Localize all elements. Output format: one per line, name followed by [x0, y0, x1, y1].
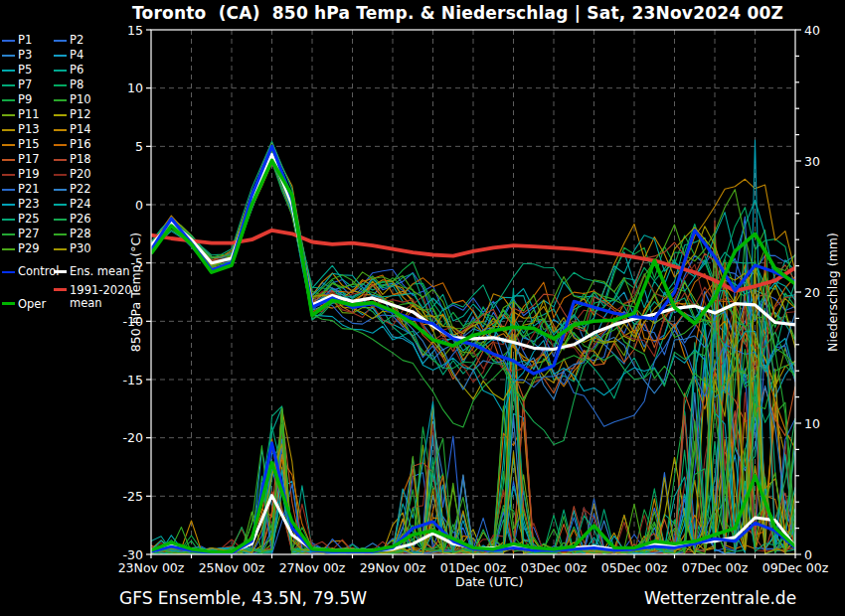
date-tick-label: 29Nov 00z	[360, 560, 426, 575]
precip-tick-label: 10	[804, 416, 820, 431]
precip-tick-label: 40	[804, 23, 820, 38]
date-tick-label: 25Nov 00z	[199, 560, 265, 575]
date-tick-label: 01Dec 00z	[440, 560, 507, 575]
date-tick-label: 07Dec 00z	[682, 560, 749, 575]
x-axis-label: Date (UTC)	[455, 574, 523, 589]
temp-tick-label: -20	[123, 430, 143, 445]
temp-tick-label: 15	[127, 23, 143, 38]
meteogram-panel: Toronto (CA) 850 hPa Temp. & Niederschla…	[0, 0, 845, 616]
right-axis-label: Niederschlag (mm)	[825, 203, 841, 382]
date-tick-label: 27Nov 00z	[279, 560, 346, 575]
date-tick-label: 09Dec 00z	[762, 560, 829, 575]
date-tick-label: 05Dec 00z	[601, 560, 668, 575]
precip-tick-label: 20	[804, 285, 820, 300]
date-tick-label: 23Nov 00z	[118, 560, 185, 575]
left-axis-label: 850 hPa Temp. (°C)	[128, 203, 144, 382]
member-temp-line-p23	[151, 158, 795, 413]
precip-tick-label: 30	[804, 154, 820, 169]
ensemble-chart: 151050-5-10-15-20-25-3001020304023Nov 00…	[0, 0, 845, 616]
footer-model-info: GFS Ensemble, 43.5N, 79.5W	[119, 588, 367, 608]
date-tick-label: 03Dec 00z	[521, 560, 588, 575]
footer-site-name: Wetterzentrale.de	[644, 588, 796, 608]
temp-tick-label: 10	[127, 80, 143, 95]
temp-tick-label: -25	[123, 489, 143, 504]
temp-tick-label: 5	[135, 139, 143, 154]
